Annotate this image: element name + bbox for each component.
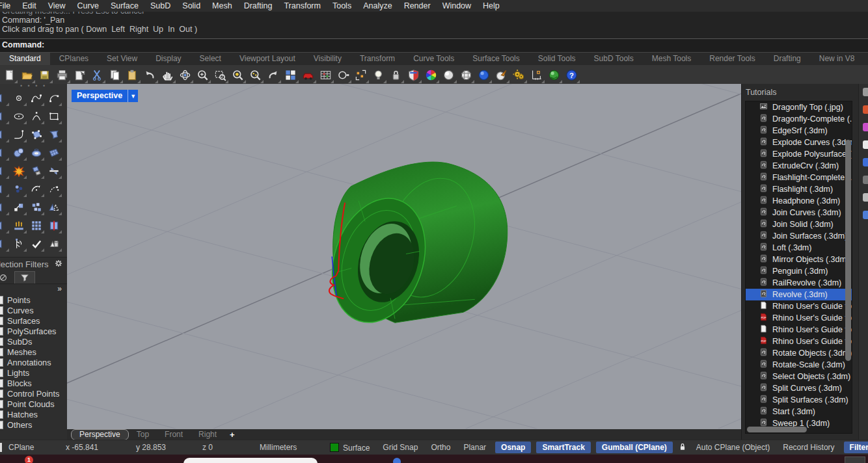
tutorial-item-split-surfaces-3dm-[interactable]: Split Surfaces (.3dm) xyxy=(746,394,852,406)
menu-surface[interactable]: Surface xyxy=(105,1,144,10)
trim-split-icon[interactable] xyxy=(27,162,45,179)
point-group-icon[interactable] xyxy=(10,180,27,198)
perspective-viewport[interactable]: Perspective ▼ PerspectiveTopFrontRight+ xyxy=(67,84,741,440)
toolbar-tab-set-view[interactable]: Set View xyxy=(98,53,146,65)
pin-icon[interactable] xyxy=(863,88,868,96)
tutorial-item-railrevolve-3dm-[interactable]: RailRevolve (.3dm) xyxy=(746,277,852,289)
filters-expand-chevron[interactable]: » xyxy=(0,284,67,293)
tutorial-item-rhino-user-s-guide-for[interactable]: Rhino User's Guide for xyxy=(746,300,852,312)
checkbox[interactable] xyxy=(0,410,3,419)
options-gears-icon[interactable] xyxy=(510,66,528,84)
filter-row-others[interactable]: Others xyxy=(0,419,67,430)
horizontal-scrollbar[interactable] xyxy=(747,427,807,432)
filter-row-points[interactable]: Points xyxy=(0,295,67,305)
viewport-title-dropdown[interactable]: Perspective ▼ xyxy=(72,90,138,102)
tutorial-item-rhino-user-s-guide-for[interactable]: PDFRhino User's Guide for xyxy=(746,312,852,324)
print-icon[interactable] xyxy=(53,66,71,84)
extrude-arrows-icon[interactable] xyxy=(10,217,27,234)
explode-burst-icon[interactable] xyxy=(10,162,27,179)
arc-blend-icon[interactable] xyxy=(27,180,45,198)
sidebar-drag-handle[interactable]: • • • • xyxy=(0,84,67,89)
menu-analyze[interactable]: Analyze xyxy=(357,1,398,10)
checkbox[interactable] xyxy=(0,390,3,398)
color-circle-icon[interactable] xyxy=(863,123,868,131)
checkbox[interactable] xyxy=(0,317,3,325)
filter-row-blocks[interactable]: Blocks xyxy=(0,378,67,388)
toolbar-tab-render-tools[interactable]: Render Tools xyxy=(700,53,765,65)
rectangle-icon[interactable] xyxy=(45,107,62,125)
checkbox[interactable] xyxy=(0,306,3,315)
menu-tools[interactable]: Tools xyxy=(327,1,357,10)
cplane-icon[interactable] xyxy=(334,66,352,84)
zoom-selected-icon[interactable] xyxy=(229,66,247,84)
toolbar-tab-new-in-v8[interactable]: New in V8 xyxy=(810,53,864,65)
menu-help[interactable]: Help xyxy=(477,1,506,10)
viewport-tab-perspective[interactable]: Perspective xyxy=(71,429,129,440)
filter-row-point-clouds[interactable]: Point Clouds xyxy=(0,399,67,409)
menu-curve[interactable]: Curve xyxy=(72,1,105,10)
tutorial-item-join-curves-3dm-[interactable]: Join Curves (.3dm) xyxy=(746,207,852,218)
statusbar-toggle-gumball-cplane-[interactable]: Gumball (CPlane) xyxy=(596,442,673,453)
new-document-icon[interactable] xyxy=(1,66,18,84)
menu-file[interactable]: File xyxy=(0,1,16,10)
menu-window[interactable]: Window xyxy=(437,1,477,10)
page-icon[interactable] xyxy=(863,140,868,149)
bend-surface-icon[interactable] xyxy=(45,126,62,143)
wireframe-viewport-sphere-icon[interactable] xyxy=(457,66,475,84)
filter-row-annotations[interactable]: Annotations xyxy=(0,357,67,367)
disable-filter-tab[interactable] xyxy=(0,272,13,284)
windows-taskbar-sliver[interactable]: 1 xyxy=(0,455,868,463)
toolbar-tab-standard[interactable]: Standard xyxy=(0,53,50,65)
vertical-scrollbar[interactable] xyxy=(845,140,851,361)
panel-blue-icon[interactable] xyxy=(863,158,868,166)
split-red-icon[interactable] xyxy=(45,217,62,234)
toolbar-tab-curve-tools[interactable]: Curve Tools xyxy=(404,53,463,65)
tutorial-item-explode-curves-3dm-[interactable]: Explode Curves (.3dm) xyxy=(746,137,852,148)
check-mark-icon[interactable] xyxy=(27,235,45,252)
tutorial-item-split-curves-3dm-[interactable]: Split Curves (.3dm) xyxy=(746,382,852,394)
tutorial-item-explode-polysurface-3dm-[interactable]: Explode Polysurface (.3dm) xyxy=(746,148,852,160)
notes-icon[interactable] xyxy=(863,193,868,202)
lock-icon[interactable] xyxy=(387,66,405,84)
units-button[interactable]: Millimeters xyxy=(253,443,323,452)
color-wheel-icon[interactable] xyxy=(422,66,440,84)
folder-blue-icon[interactable] xyxy=(863,211,868,219)
rendered-viewport-sphere-icon[interactable] xyxy=(475,66,493,84)
menu-subd[interactable]: SubD xyxy=(144,1,176,10)
viewport-title[interactable]: Perspective xyxy=(72,90,128,102)
toolbar-tab-drafting[interactable]: Drafting xyxy=(765,53,810,65)
lamp-icon[interactable] xyxy=(370,66,387,84)
menu-mesh[interactable]: Mesh xyxy=(206,1,238,10)
tutorial-item-start-3dm-[interactable]: Start (.3dm) xyxy=(746,406,852,417)
checkbox[interactable] xyxy=(0,379,3,388)
statusbar-toggle-osnap[interactable]: Osnap xyxy=(495,442,531,453)
chevron-down-icon[interactable]: ▼ xyxy=(128,90,138,102)
cplane-button[interactable]: CPlane xyxy=(2,443,59,452)
duplicate-set-icon[interactable] xyxy=(27,198,45,216)
tutorial-item-join-solid-3dm-[interactable]: Join Solid (.3dm) xyxy=(746,218,852,230)
toolbar-tab-display[interactable]: Display xyxy=(146,53,190,65)
toolbar-tab-mesh-tools[interactable]: Mesh Tools xyxy=(643,53,700,65)
filter-row-hatches[interactable]: Hatches xyxy=(0,409,67,419)
export-document-icon[interactable] xyxy=(71,66,88,84)
checkbox[interactable] xyxy=(0,358,3,367)
command-history[interactable]: Creating meshes... Press Esc to cancel C… xyxy=(0,12,868,38)
safe-mode-shield-icon[interactable] xyxy=(405,66,422,84)
pan-icon[interactable] xyxy=(159,66,176,84)
named-view-car-icon[interactable] xyxy=(299,66,317,84)
settings-gear-icon[interactable] xyxy=(54,259,63,270)
tutorial-item-mirror-objects-3dm-[interactable]: Mirror Objects (.3dm) xyxy=(746,254,852,265)
taskbar-search-pill[interactable] xyxy=(183,458,318,463)
arrow-cone-icon[interactable] xyxy=(493,66,510,84)
z-coordinate[interactable]: z 0 xyxy=(196,443,253,452)
toolbar-tab-select[interactable]: Select xyxy=(191,53,230,65)
filter-row-curves[interactable]: Curves xyxy=(0,305,67,315)
map-grid-icon[interactable] xyxy=(317,66,334,84)
current-layer-button[interactable]: Surface xyxy=(323,443,376,453)
toolbar-tab-viewport-layout[interactable]: Viewport Layout xyxy=(230,53,305,65)
filter-row-surfaces[interactable]: Surfaces xyxy=(0,315,67,326)
half-circle-icon[interactable] xyxy=(0,107,10,125)
cut-icon[interactable] xyxy=(88,66,106,84)
control-point-icon[interactable] xyxy=(10,89,27,107)
revolve-ring-icon[interactable] xyxy=(27,144,45,161)
